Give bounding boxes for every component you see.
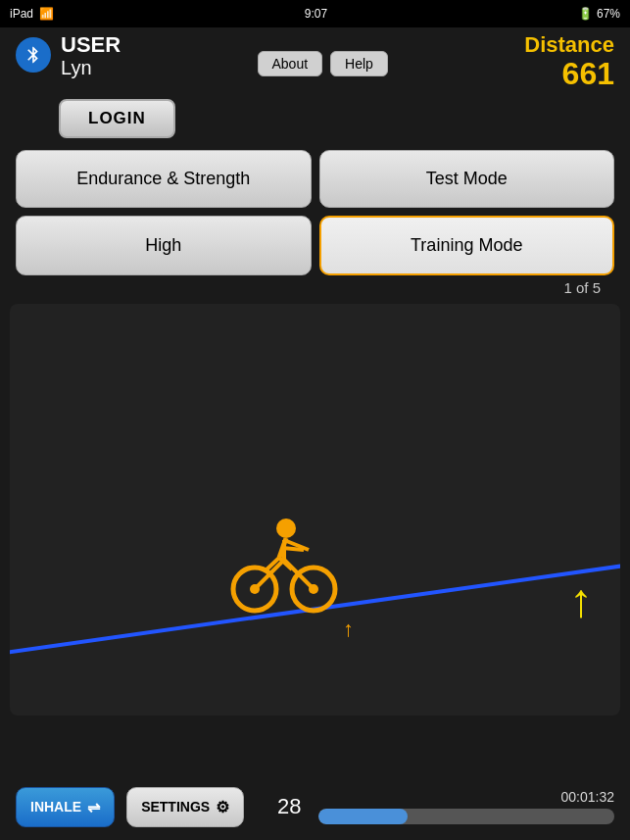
wifi-icon: 📶 bbox=[39, 7, 54, 21]
login-row: LOGIN bbox=[0, 95, 630, 146]
progress-area: 00:01:32 bbox=[318, 789, 614, 824]
user-label: USER bbox=[61, 33, 121, 57]
header-center: About Help bbox=[258, 51, 388, 76]
settings-label: SETTINGS bbox=[141, 799, 210, 815]
inhale-label: INHALE bbox=[30, 799, 81, 815]
endurance-strength-button[interactable]: Endurance & Strength bbox=[16, 150, 312, 208]
about-button[interactable]: About bbox=[258, 51, 323, 76]
svg-line-10 bbox=[282, 548, 304, 550]
test-mode-button[interactable]: Test Mode bbox=[319, 150, 615, 208]
status-bar: iPad 📶 9:07 🔋 67% bbox=[0, 0, 630, 27]
inhale-button[interactable]: INHALE bbox=[16, 787, 115, 827]
progress-bar-fill bbox=[318, 809, 408, 824]
counter-row: 1 of 5 bbox=[0, 275, 630, 296]
small-arrow-up: ↑ bbox=[343, 617, 354, 642]
time-label: 9:07 bbox=[305, 7, 327, 21]
timer-display: 00:01:32 bbox=[561, 789, 615, 805]
gear-icon bbox=[216, 798, 229, 816]
shuffle-icon bbox=[87, 798, 100, 816]
animation-area: ↑ ↑ bbox=[10, 304, 620, 716]
login-button[interactable]: LOGIN bbox=[59, 99, 175, 138]
settings-button[interactable]: SETTINGS bbox=[126, 787, 244, 827]
user-name: Lyn bbox=[61, 57, 92, 78]
large-arrow-up: ↑ bbox=[569, 573, 593, 627]
distance-label: Distance bbox=[524, 33, 614, 57]
progress-bar bbox=[318, 809, 614, 824]
svg-point-8 bbox=[276, 519, 296, 538]
training-mode-button[interactable]: Training Mode bbox=[319, 216, 615, 275]
help-button[interactable]: Help bbox=[330, 51, 388, 76]
carrier-label: iPad bbox=[10, 7, 33, 21]
bluetooth-icon[interactable] bbox=[16, 37, 51, 73]
battery-icon: 🔋 bbox=[578, 7, 593, 21]
rep-counter: 28 bbox=[271, 794, 307, 819]
distance-value: 661 bbox=[562, 57, 614, 91]
header: USER Lyn About Help Distance 661 bbox=[0, 27, 630, 95]
cyclist bbox=[225, 511, 343, 622]
high-button[interactable]: High bbox=[16, 216, 312, 275]
distance-section: Distance 661 bbox=[524, 33, 614, 91]
user-section: USER Lyn bbox=[61, 33, 121, 78]
button-grid: Endurance & Strength Test Mode High Trai… bbox=[0, 146, 630, 275]
counter-label: 1 of 5 bbox=[563, 279, 601, 296]
svg-line-4 bbox=[255, 560, 284, 589]
bottom-bar: INHALE SETTINGS 28 00:01:32 bbox=[0, 773, 630, 840]
battery-level: 67% bbox=[597, 7, 620, 21]
